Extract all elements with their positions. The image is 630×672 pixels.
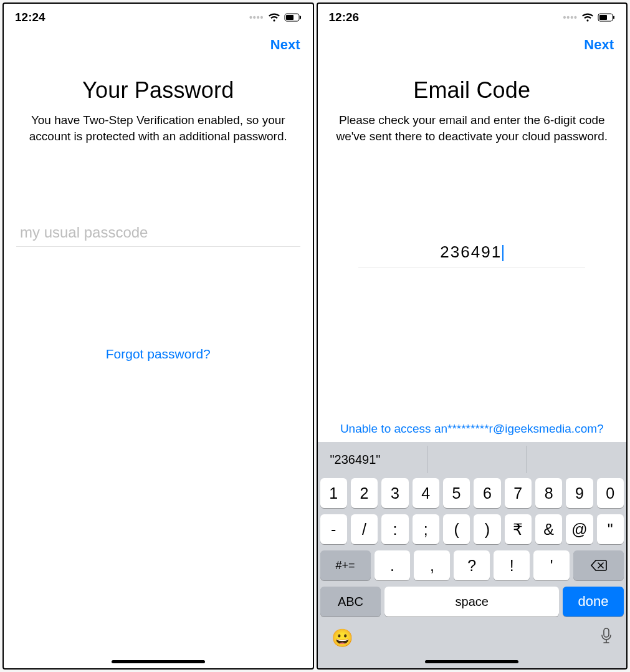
svg-rect-2 xyxy=(300,16,301,19)
code-input[interactable]: 236491 xyxy=(358,238,585,267)
status-time: 12:26 xyxy=(329,11,360,24)
forgot-password-link[interactable]: Forgot password? xyxy=(16,347,300,362)
key-1[interactable]: 1 xyxy=(320,478,347,508)
svg-rect-1 xyxy=(286,15,294,20)
key-comma[interactable]: , xyxy=(414,550,450,580)
key-0[interactable]: 0 xyxy=(597,478,624,508)
mic-icon[interactable] xyxy=(600,628,613,648)
battery-icon xyxy=(598,13,615,22)
cellular-dots-icon: •••• xyxy=(563,12,578,22)
keyboard-row-2: - / : ; ( ) ₹ & @ " xyxy=(320,514,624,544)
wifi-icon xyxy=(581,13,594,22)
key-question[interactable]: ? xyxy=(454,550,490,580)
unable-access-link[interactable]: Unable to access an*********r@igeeksmedi… xyxy=(330,418,614,442)
status-bar: 12:26 •••• xyxy=(318,4,627,31)
keyboard: "236491" 1 2 3 4 5 6 7 8 9 0 - / : ; ( )… xyxy=(318,442,627,668)
keyboard-row-4: ABC space done xyxy=(320,587,624,617)
next-button[interactable]: Next xyxy=(584,37,614,53)
phone-screen-password: 12:24 •••• Next Your Password You have T… xyxy=(2,2,314,670)
backspace-icon xyxy=(590,559,608,572)
keyboard-bottom-bar: 😀 xyxy=(320,623,624,665)
page-subtitle: You have Two-Step Verification enabled, … xyxy=(16,112,300,144)
key-at[interactable]: @ xyxy=(566,514,593,544)
home-indicator[interactable] xyxy=(112,660,205,663)
text-caret xyxy=(502,245,504,261)
page-title: Email Code xyxy=(330,77,614,103)
key-quote[interactable]: " xyxy=(597,514,624,544)
key-5[interactable]: 5 xyxy=(443,478,470,508)
key-3[interactable]: 3 xyxy=(381,478,408,508)
suggestion-3[interactable] xyxy=(527,446,624,473)
keyboard-row-1: 1 2 3 4 5 6 7 8 9 0 xyxy=(320,478,624,508)
key-rupee[interactable]: ₹ xyxy=(505,514,532,544)
key-4[interactable]: 4 xyxy=(413,478,439,508)
key-2[interactable]: 2 xyxy=(351,478,378,508)
content-area: Your Password You have Two-Step Verifica… xyxy=(4,59,313,668)
home-indicator[interactable] xyxy=(425,660,518,663)
key-slash[interactable]: / xyxy=(351,514,378,544)
key-9[interactable]: 9 xyxy=(566,478,593,508)
svg-rect-5 xyxy=(613,16,614,19)
key-semicolon[interactable]: ; xyxy=(413,514,439,544)
status-time: 12:24 xyxy=(15,11,45,24)
key-dash[interactable]: - xyxy=(320,514,347,544)
key-abc[interactable]: ABC xyxy=(320,587,381,617)
svg-rect-4 xyxy=(599,15,607,20)
emoji-icon[interactable]: 😀 xyxy=(332,628,353,648)
suggestion-bar: "236491" xyxy=(320,446,624,473)
key-paren-close[interactable]: ) xyxy=(474,514,500,544)
key-apostrophe[interactable]: ' xyxy=(533,550,570,580)
nav-bar: Next xyxy=(318,31,627,59)
phone-screen-email-code: 12:26 •••• Next Email Code Please check … xyxy=(317,2,628,670)
password-input-wrap xyxy=(16,219,300,247)
keyboard-row-3: #+= . , ? ! ' xyxy=(320,550,624,580)
nav-bar: Next xyxy=(4,31,313,59)
key-backspace[interactable] xyxy=(573,550,624,580)
suggestion-2[interactable] xyxy=(428,446,527,473)
password-input[interactable] xyxy=(16,219,300,247)
key-done[interactable]: done xyxy=(563,587,624,617)
suggestion-1[interactable]: "236491" xyxy=(320,446,429,473)
key-6[interactable]: 6 xyxy=(474,478,500,508)
status-bar: 12:24 •••• xyxy=(4,4,313,31)
key-period[interactable]: . xyxy=(375,550,411,580)
key-exclaim[interactable]: ! xyxy=(494,550,530,580)
code-value: 236491 xyxy=(440,242,502,261)
battery-icon xyxy=(284,13,302,22)
wifi-icon xyxy=(268,13,280,22)
key-colon[interactable]: : xyxy=(381,514,408,544)
page-subtitle: Please check your email and enter the 6-… xyxy=(330,112,614,144)
status-right: •••• xyxy=(563,12,615,22)
key-space[interactable]: space xyxy=(384,587,559,617)
next-button[interactable]: Next xyxy=(270,37,300,53)
svg-rect-6 xyxy=(604,628,609,637)
status-right: •••• xyxy=(249,12,302,22)
key-7[interactable]: 7 xyxy=(505,478,532,508)
key-paren-open[interactable]: ( xyxy=(443,514,470,544)
key-ampersand[interactable]: & xyxy=(535,514,562,544)
page-title: Your Password xyxy=(16,77,300,103)
key-8[interactable]: 8 xyxy=(535,478,562,508)
content-area: Email Code Please check your email and e… xyxy=(318,59,627,442)
cellular-dots-icon: •••• xyxy=(249,12,264,22)
key-symbols[interactable]: #+= xyxy=(320,550,371,580)
